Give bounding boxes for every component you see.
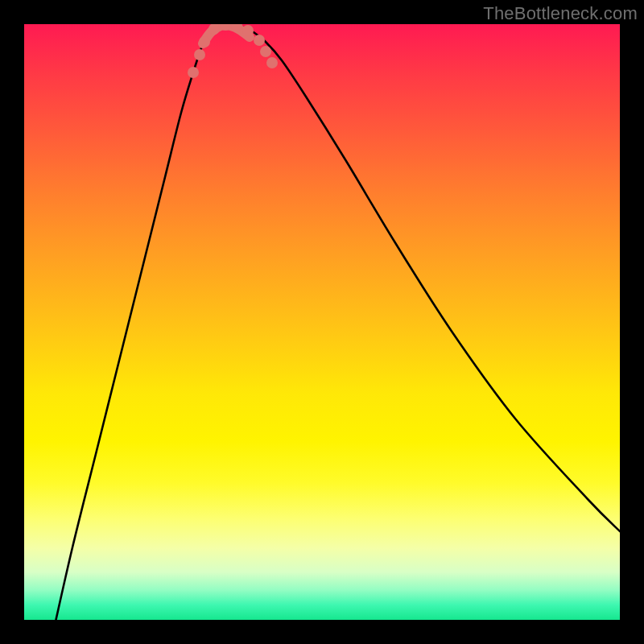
highlight-dot (199, 36, 210, 47)
highlight-dot (242, 25, 254, 36)
bottleneck-curve-path (52, 26, 620, 620)
highlight-dots-group (188, 24, 278, 78)
highlight-dot (260, 46, 271, 57)
highlight-dot (266, 57, 278, 68)
highlight-dot (194, 49, 205, 60)
watermark-text: TheBottleneck.com (483, 3, 638, 24)
chart-frame (24, 24, 620, 620)
highlight-dot (188, 67, 199, 78)
highlight-dot (254, 35, 265, 46)
bottleneck-curve-svg (24, 24, 620, 620)
